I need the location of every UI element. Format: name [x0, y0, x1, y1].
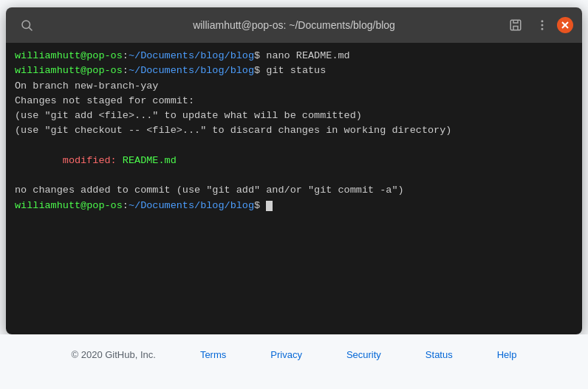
terminal-line-nochanges: no changes added to commit (use "git add…	[15, 183, 573, 198]
close-icon	[561, 21, 570, 30]
save-icon	[509, 18, 522, 32]
menu-button[interactable]	[530, 13, 554, 37]
prompt-user-1: williamhutt@pop-os	[15, 50, 123, 61]
svg-line-1	[29, 27, 32, 30]
prompt-path-last: ~/Documents/blog/blog	[129, 200, 254, 211]
terminal-line-2: williamhutt@pop-os:~/Documents/blog/blog…	[15, 63, 573, 78]
menu-icon	[536, 18, 549, 32]
terminal-line-1: williamhutt@pop-os:~/Documents/blog/blog…	[15, 49, 573, 63]
prompt-path-1: ~/Documents/blog/blog	[129, 50, 254, 61]
terminal-line-6: (use "git checkout -- <file>..." to disc…	[15, 123, 573, 138]
terminal-body[interactable]: williamhutt@pop-os:~/Documents/blog/blog…	[6, 43, 582, 334]
footer-link-security[interactable]: Security	[346, 349, 381, 360]
footer-copyright: © 2020 GitHub, Inc.	[72, 349, 156, 360]
footer-link-privacy[interactable]: Privacy	[270, 349, 302, 360]
terminal-title: williamhutt@pop-os: ~/Documents/blog/blo…	[193, 19, 395, 31]
terminal-line-cursor: williamhutt@pop-os:~/Documents/blog/blog…	[15, 199, 573, 213]
prompt-user-last: williamhutt@pop-os	[15, 200, 123, 211]
save-button[interactable]	[504, 13, 527, 37]
footer-link-terms[interactable]: Terms	[200, 349, 226, 360]
search-button[interactable]	[15, 13, 38, 37]
svg-rect-2	[510, 20, 521, 30]
prompt-path-2: ~/Documents/blog/blog	[129, 65, 254, 76]
terminal-line-3: On branch new-branch-yay	[15, 79, 573, 94]
prompt-user-2: williamhutt@pop-os	[15, 65, 123, 76]
terminal-blank-2	[15, 168, 573, 183]
svg-point-0	[22, 21, 30, 29]
svg-point-5	[541, 29, 543, 30]
footer-link-help[interactable]: Help	[497, 349, 517, 360]
terminal-line-4: Changes not staged for commit:	[15, 94, 573, 109]
terminal-line-5: (use "git add <file>..." to update what …	[15, 109, 573, 123]
terminal-blank-1	[15, 139, 573, 154]
titlebar-actions	[504, 13, 573, 37]
close-button[interactable]	[557, 17, 573, 33]
footer-link-status[interactable]: Status	[425, 349, 453, 360]
terminal-titlebar: williamhutt@pop-os: ~/Documents/blog/blo…	[6, 7, 582, 43]
modified-file: README.md	[123, 155, 177, 166]
terminal-window: williamhutt@pop-os: ~/Documents/blog/blo…	[6, 7, 582, 334]
footer: © 2020 GitHub, Inc. Terms Privacy Securi…	[0, 334, 588, 374]
modified-label: modified:	[63, 155, 123, 166]
terminal-line-modified: modified: README.md	[15, 154, 573, 168]
svg-point-4	[541, 24, 543, 26]
svg-point-3	[541, 21, 543, 22]
terminal-cursor	[266, 201, 273, 211]
search-icon	[20, 18, 33, 32]
